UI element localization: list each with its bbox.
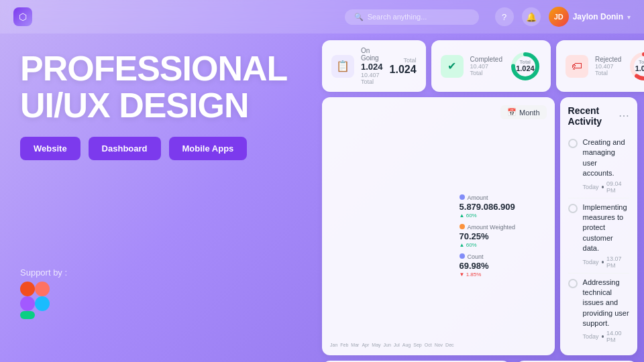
username: Jaylon Donin — [573, 12, 623, 21]
calendar-icon: 📅 — [507, 108, 517, 117]
card-on-going: 📋 On Going 1.024 10.407 Total Total 1.02… — [322, 40, 426, 92]
completed-label: Completed — [470, 56, 502, 63]
activity-meta-3: Today14.00 PM — [583, 330, 629, 343]
cards-row: 📋 On Going 1.024 10.407 Total Total 1.02… — [322, 40, 637, 92]
activity-more-button[interactable]: ⋯ — [619, 111, 629, 121]
completed-icon: ✔ — [441, 55, 464, 78]
search-placeholder: Search anything... — [368, 13, 427, 21]
rejected-info: Rejected 10.407 Total — [595, 56, 621, 76]
on-going-value: 1.024 — [361, 62, 383, 72]
bars-labels: Jan Feb Mar Apr May Jun Jul Aug Sep Oct … — [330, 343, 454, 347]
user-menu[interactable]: JD Jaylon Donin ▾ — [549, 7, 631, 27]
activity-meta-1: Today09.04 PM — [583, 180, 629, 194]
support-section: Support by : — [20, 267, 67, 322]
support-label: Support by : — [20, 267, 67, 278]
svg-rect-1 — [35, 282, 50, 296]
main-panel: 📋 On Going 1.024 10.407 Total Total 1.02… — [322, 40, 637, 355]
rejected-icon: 🏷 — [566, 55, 588, 78]
on-going-sub: 10.407 Total — [361, 72, 383, 85]
activity-circle-icon — [568, 139, 578, 148]
activity-item-2: Implementing measures to protect custome… — [568, 198, 629, 274]
activity-meta-2: Today13.07 PM — [583, 255, 629, 269]
chart-month-label: Month — [519, 109, 540, 117]
nav-icons: ? 🔔 JD Jaylon Donin ▾ — [495, 7, 631, 27]
chart-header: 📅 Month — [330, 105, 547, 119]
activity-circle-icon — [568, 279, 578, 288]
middle-row: 📅 Month — [322, 97, 637, 355]
avatar: JD — [549, 7, 569, 27]
chart-body: Jan Feb Mar Apr May Jun Jul Aug Sep Oct … — [330, 125, 547, 347]
bell-button[interactable]: 🔔 — [522, 7, 541, 26]
chevron-down-icon: ▾ — [627, 13, 631, 21]
svg-rect-0 — [20, 282, 35, 296]
on-going-total: Total 1.024 — [390, 57, 417, 76]
on-going-info: On Going 1.024 10.407 Total — [361, 47, 383, 85]
card-rejected: 🏷 Rejected 10.407 Total Total 1.024 — [556, 40, 644, 92]
activity-title: Recent Activity — [568, 105, 619, 127]
svg-point-4 — [35, 296, 50, 311]
activity-circle-icon — [568, 204, 578, 213]
activity-panel: Recent Activity ⋯ Creating and managing … — [560, 97, 637, 355]
legend-amount-weighted: Amount Weighted 70.25% ▲ 60% — [460, 224, 547, 248]
rejected-label: Rejected — [595, 56, 621, 63]
search-bar[interactable]: 🔍 Search anything... — [345, 9, 479, 25]
completed-sub: 10.407 Total — [470, 63, 502, 76]
svg-rect-3 — [20, 311, 35, 319]
activity-item-3: Addressing technical issues and providin… — [568, 274, 629, 348]
help-button[interactable]: ? — [495, 7, 514, 26]
activity-text-1: Creating and managing user accounts. — [583, 137, 629, 179]
on-going-icon: 📋 — [331, 55, 354, 78]
legend-amount: Amount 5.879.086.909 ▲ 60% — [460, 194, 547, 219]
card-completed: ✔ Completed 10.407 Total Total 1.024 — [431, 40, 551, 92]
search-icon: 🔍 — [354, 13, 364, 21]
rejected-total-label: Total 1.024 — [635, 60, 644, 72]
completed-total-label: Total 1.024 — [516, 60, 535, 72]
figma-logo-icon — [20, 282, 50, 319]
on-going-label: On Going — [361, 47, 383, 62]
chart-month-button[interactable]: 📅 Month — [500, 105, 547, 119]
bars-container — [330, 125, 454, 343]
rejected-donut: Total 1.024 — [628, 50, 644, 82]
website-button[interactable]: Website — [20, 137, 80, 160]
activity-text-2: Implementing measures to protect custome… — [583, 202, 629, 254]
bg-chart-decoration — [80, 40, 315, 335]
completed-donut: Total 1.024 — [509, 50, 541, 82]
legend-count: Count 69.98% ▼ 1.85% — [460, 253, 547, 278]
completed-info: Completed 10.407 Total — [470, 56, 502, 76]
nav-bar: ⬡ 🔍 Search anything... ? 🔔 JD Jaylon Don… — [0, 0, 644, 34]
chart-legend: Amount 5.879.086.909 ▲ 60% Amount Weight… — [460, 125, 547, 347]
activity-text-3: Addressing technical issues and providin… — [583, 278, 629, 329]
activity-header: Recent Activity ⋯ — [568, 105, 629, 127]
svg-rect-2 — [20, 296, 35, 311]
activity-item-1: Creating and managing user accounts. Tod… — [568, 133, 629, 198]
nav-logo: ⬡ — [13, 7, 32, 26]
bars-area: Jan Feb Mar Apr May Jun Jul Aug Sep Oct … — [330, 125, 454, 347]
chart-panel: 📅 Month — [322, 97, 555, 355]
rejected-sub: 10.407 Total — [595, 63, 621, 76]
